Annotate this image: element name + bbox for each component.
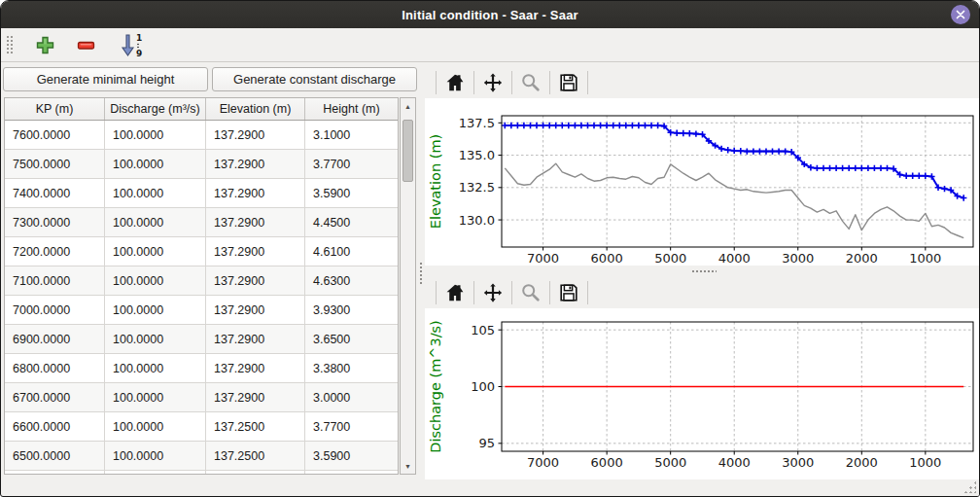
- table-row[interactable]: 6800.0000100.0000137.29003.3800: [5, 354, 398, 383]
- home-button[interactable]: [443, 71, 467, 94]
- svg-text:2000: 2000: [846, 455, 878, 470]
- scrollbar-thumb[interactable]: [402, 120, 413, 182]
- chart-splitter[interactable]: [425, 266, 979, 277]
- table-cell[interactable]: 100.0000: [105, 150, 206, 179]
- table-row[interactable]: 6500.0000100.0000137.25003.5900: [5, 442, 398, 471]
- column-header-discharge[interactable]: Discharge (m³/s): [105, 98, 206, 120]
- table-cell[interactable]: 137.2900: [206, 208, 305, 237]
- table-cell[interactable]: 100.0000: [105, 412, 206, 442]
- table-cell[interactable]: 3.3800: [305, 354, 398, 383]
- table-row[interactable]: 6900.0000100.0000137.29003.6500: [5, 325, 398, 354]
- column-header-kp[interactable]: KP (m): [5, 98, 105, 120]
- toolbar-separator: [587, 71, 588, 94]
- table-cell[interactable]: 137.2900: [206, 383, 305, 412]
- table-cell[interactable]: 137.2900: [206, 354, 305, 383]
- column-header-height[interactable]: Height (m): [305, 98, 398, 120]
- table-scrollbar[interactable]: ▲ ▼: [400, 97, 416, 475]
- table-cell[interactable]: 100.0000: [105, 208, 206, 237]
- table-cell[interactable]: 7500.0000: [5, 150, 105, 179]
- table-cell[interactable]: [105, 471, 206, 475]
- table-cell[interactable]: 3.5900: [305, 442, 398, 471]
- table-cell[interactable]: 137.2500: [206, 442, 305, 471]
- table-cell[interactable]: [305, 471, 398, 475]
- home-button[interactable]: [443, 281, 467, 304]
- table-cell[interactable]: 100.0000: [105, 121, 206, 150]
- column-header-elevation[interactable]: Elevation (m): [206, 98, 305, 120]
- table-cell[interactable]: 137.2500: [206, 412, 305, 442]
- table-cell[interactable]: 100.0000: [105, 179, 206, 208]
- table-cell[interactable]: 7100.0000: [5, 266, 105, 296]
- titlebar[interactable]: Initial condition - Saar - Saar: [1, 1, 979, 28]
- table-row[interactable]: 7400.0000100.0000137.29003.5900: [5, 179, 398, 208]
- sort-rows-button[interactable]: 1 9: [120, 31, 149, 59]
- table-row[interactable]: 7200.0000100.0000137.29004.6100: [5, 237, 398, 266]
- table-cell[interactable]: 4.6300: [305, 266, 398, 296]
- table-cell[interactable]: 100.0000: [105, 296, 206, 325]
- panel-splitter[interactable]: [418, 62, 425, 482]
- save-button[interactable]: [557, 71, 580, 94]
- table-cell[interactable]: [5, 471, 105, 475]
- table-cell[interactable]: 100.0000: [105, 383, 206, 412]
- table-cell[interactable]: 6800.0000: [5, 354, 105, 383]
- table-row[interactable]: 7500.0000100.0000137.29003.7700: [5, 150, 398, 179]
- toolbar-drag-handle[interactable]: [6, 35, 13, 55]
- table-cell[interactable]: 7400.0000: [5, 179, 105, 208]
- remove-row-button[interactable]: [71, 31, 100, 59]
- generate-minimal-height-button[interactable]: Generate minimal height: [3, 67, 208, 91]
- zoom-button[interactable]: [519, 281, 542, 304]
- table-cell[interactable]: 3.6500: [305, 325, 398, 354]
- table-cell[interactable]: 3.7700: [305, 150, 398, 179]
- table-row[interactable]: 7300.0000100.0000137.29004.4500: [5, 208, 398, 237]
- scrollbar-down-arrow[interactable]: ▼: [401, 458, 415, 474]
- pan-button[interactable]: [481, 281, 505, 304]
- table-cell[interactable]: 137.2900: [206, 150, 305, 179]
- table-cell[interactable]: 3.1000: [305, 121, 398, 150]
- table-row[interactable]: 7000.0000100.0000137.29003.9300: [5, 296, 398, 325]
- table-cell[interactable]: 100.0000: [105, 354, 206, 383]
- table-cell[interactable]: 7200.0000: [5, 237, 105, 266]
- table-cell[interactable]: 100.0000: [105, 442, 206, 471]
- table-cell[interactable]: 6900.0000: [5, 325, 105, 354]
- table-row[interactable]: 6600.0000100.0000137.25003.7700: [5, 412, 398, 442]
- table-cell[interactable]: 100.0000: [105, 266, 206, 296]
- pan-button[interactable]: [481, 71, 505, 94]
- table-cell[interactable]: [206, 471, 305, 475]
- minus-icon: [76, 35, 96, 55]
- table-cell[interactable]: 3.0000: [305, 383, 398, 412]
- elevation-figure: 7000600050004000300020001000137.5135.013…: [425, 98, 979, 266]
- table-cell[interactable]: 6700.0000: [5, 383, 105, 412]
- save-button[interactable]: [557, 281, 580, 304]
- table-cell[interactable]: 137.2900: [206, 121, 305, 150]
- table-cell[interactable]: 6500.0000: [5, 442, 105, 471]
- table-cell[interactable]: 100.0000: [105, 325, 206, 354]
- zoom-button[interactable]: [519, 71, 542, 94]
- table-row[interactable]: 7100.0000100.0000137.29004.6300: [5, 266, 398, 296]
- table-cell[interactable]: 7600.0000: [5, 121, 105, 150]
- table-cell[interactable]: 3.9300: [305, 296, 398, 325]
- toolbar-separator: [511, 71, 512, 94]
- table-cell[interactable]: 137.2900: [206, 237, 305, 266]
- table-cell[interactable]: 137.2900: [206, 266, 305, 296]
- add-row-button[interactable]: [30, 31, 59, 59]
- table-cell[interactable]: 3.7700: [305, 412, 398, 442]
- table-cell[interactable]: 137.2900: [206, 179, 305, 208]
- table-cell[interactable]: 137.2900: [206, 325, 305, 354]
- table-cell[interactable]: 7300.0000: [5, 208, 105, 237]
- table-cell[interactable]: 7000.0000: [5, 296, 105, 325]
- close-button[interactable]: [951, 5, 970, 24]
- table-cell[interactable]: 3.5900: [305, 179, 398, 208]
- elevation-chart[interactable]: 7000600050004000300020001000137.5135.013…: [425, 98, 979, 266]
- table-row[interactable]: 6700.0000100.0000137.29003.0000: [5, 383, 398, 412]
- table-cell[interactable]: 137.2900: [206, 296, 305, 325]
- table-row[interactable]: 7600.0000100.0000137.29003.1000: [5, 121, 398, 150]
- table-cell[interactable]: 100.0000: [105, 237, 206, 266]
- table-row[interactable]: [5, 471, 398, 475]
- scrollbar-up-arrow[interactable]: ▲: [401, 98, 415, 114]
- generate-constant-discharge-button[interactable]: Generate constant discharge: [212, 67, 417, 91]
- discharge-chart[interactable]: 700060005000400030002000100010510095Disc…: [425, 308, 979, 479]
- table-cell[interactable]: 4.4500: [305, 208, 398, 237]
- table-cell[interactable]: 4.6100: [305, 237, 398, 266]
- svg-text:Discharge (m^3/s): Discharge (m^3/s): [428, 320, 443, 453]
- svg-text:7000: 7000: [527, 251, 559, 266]
- table-cell[interactable]: 6600.0000: [5, 412, 105, 442]
